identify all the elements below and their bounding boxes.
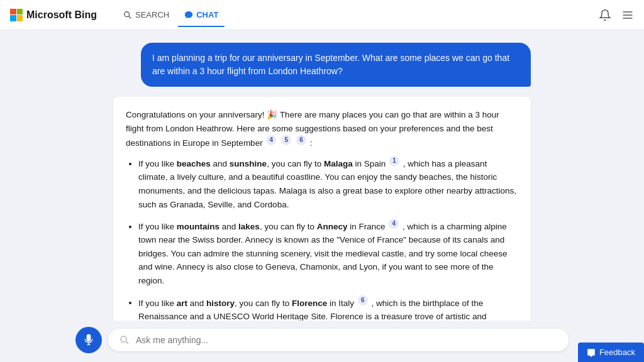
bot-message: Congratulations on your anniversary! 🎉 T… xyxy=(113,97,531,321)
mic-icon xyxy=(82,334,95,346)
bing-logo-text: Microsoft Bing xyxy=(26,9,97,21)
citation-1[interactable]: 1 xyxy=(389,156,399,166)
svg-point-7 xyxy=(121,336,126,342)
search-nav-icon xyxy=(123,11,132,19)
search-input-icon xyxy=(119,335,130,345)
dest-florence: Florence xyxy=(292,298,327,307)
dest-malaga: Malaga xyxy=(324,159,353,168)
dest-annecy: Annecy xyxy=(317,222,348,231)
chat-area: I am planning a trip for our anniversary… xyxy=(0,30,644,321)
list-item-annecy: If you like mountains and lakes, you can… xyxy=(138,219,518,287)
citation-5[interactable]: 5 xyxy=(281,135,291,145)
bell-icon xyxy=(599,9,611,21)
ms-logo-yellow xyxy=(17,15,23,21)
ms-logo-green xyxy=(17,9,23,15)
bing-logo: Microsoft Bing xyxy=(10,9,97,21)
citation-6b[interactable]: 6 xyxy=(358,295,368,305)
keyword-mountains: mountains xyxy=(177,222,219,231)
keyword-art: art xyxy=(177,298,187,307)
svg-line-1 xyxy=(129,16,131,18)
keyword-sunshine: sunshine xyxy=(230,159,267,168)
feedback-button[interactable]: Feedback xyxy=(578,343,644,362)
citation-4b[interactable]: 4 xyxy=(389,219,399,229)
chat-nav-icon xyxy=(184,11,193,19)
nav-chat[interactable]: CHAT xyxy=(178,6,225,23)
svg-point-0 xyxy=(125,11,130,16)
header: Microsoft Bing SEARCH CHAT xyxy=(0,0,644,30)
keyword-history: history xyxy=(206,298,235,307)
hamburger-icon xyxy=(621,9,634,21)
feedback-icon xyxy=(587,348,596,357)
keyword-lakes: lakes xyxy=(238,222,260,231)
ms-logo-red xyxy=(10,9,16,15)
user-message: I am planning a trip for our anniversary… xyxy=(141,43,531,87)
bot-suggestions-list: If you like beaches and sunshine, you ca… xyxy=(126,156,518,321)
list-item-florence: If you like art and history, you can fly… xyxy=(138,295,518,321)
list-item-malaga: If you like beaches and sunshine, you ca… xyxy=(138,156,518,211)
input-area xyxy=(0,321,644,362)
ms-logo-blue xyxy=(10,15,16,21)
citation-4[interactable]: 4 xyxy=(266,135,276,145)
citation-6a[interactable]: 6 xyxy=(296,135,306,145)
header-right xyxy=(599,9,634,21)
svg-line-8 xyxy=(126,342,128,344)
menu-button[interactable] xyxy=(621,9,634,21)
search-input-wrapper xyxy=(108,329,569,351)
bot-intro: Congratulations on your anniversary! 🎉 T… xyxy=(126,108,518,150)
keyword-beaches: beaches xyxy=(177,159,211,168)
mic-button[interactable] xyxy=(75,327,102,353)
notification-button[interactable] xyxy=(599,9,611,21)
header-nav: SEARCH CHAT xyxy=(117,6,225,23)
nav-search[interactable]: SEARCH xyxy=(117,6,175,23)
user-message-wrapper: I am planning a trip for our anniversary… xyxy=(113,43,531,87)
ms-logo-icon xyxy=(10,9,23,21)
header-left: Microsoft Bing SEARCH CHAT xyxy=(10,6,225,23)
chat-input[interactable] xyxy=(136,335,557,345)
main-content: I am planning a trip for our anniversary… xyxy=(0,30,644,362)
